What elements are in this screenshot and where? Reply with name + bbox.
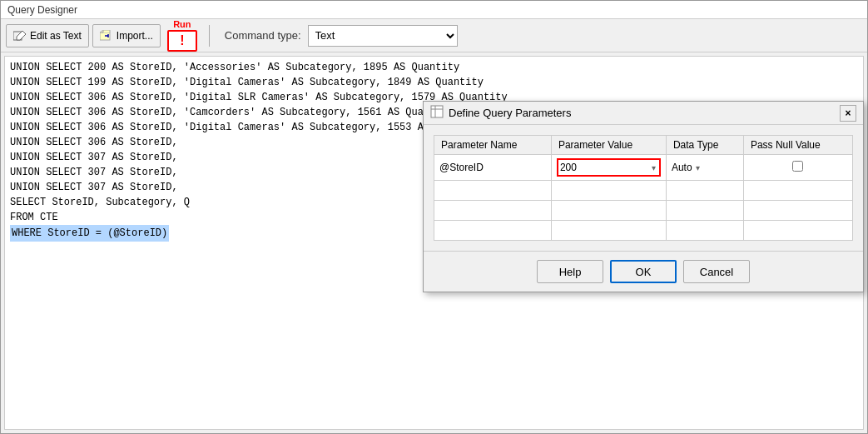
parameters-table: Parameter Name Parameter Value Data Type… (434, 135, 853, 241)
close-icon: × (845, 107, 851, 119)
table-empty-row-2 (434, 201, 853, 221)
param-value-dropdown-arrow[interactable]: ▾ (650, 163, 657, 172)
param-value-wrapper[interactable]: 200 ▾ (557, 158, 661, 177)
modal-body: Parameter Name Parameter Value Data Type… (424, 125, 863, 251)
ok-button[interactable]: OK (610, 260, 677, 283)
ok-label: OK (636, 266, 652, 278)
empty-cell (551, 221, 666, 241)
cancel-label: Cancel (700, 266, 733, 278)
define-query-parameters-dialog: Define Query Parameters × Parameter Name… (423, 101, 864, 292)
table-row: @StoreID 200 ▾ Auto ▾ (434, 155, 853, 181)
empty-cell (743, 201, 852, 221)
modal-title-section: Define Query Parameters (430, 105, 571, 121)
empty-cell (434, 221, 552, 241)
table-empty-row-1 (434, 181, 853, 201)
empty-cell (551, 181, 666, 201)
modal-titlebar: Define Query Parameters × (424, 102, 863, 125)
param-value-text: 200 (560, 162, 650, 173)
empty-cell (434, 201, 552, 221)
empty-cell (551, 201, 666, 221)
cancel-button[interactable]: Cancel (683, 260, 750, 283)
empty-cell (743, 181, 852, 201)
query-designer-window: Query Designer Edit as Text (0, 0, 868, 434)
pass-null-checkbox[interactable] (792, 161, 803, 172)
modal-overlay: Define Query Parameters × Parameter Name… (1, 1, 867, 433)
col-header-pass-null: Pass Null Value (743, 136, 852, 155)
svg-rect-2 (431, 106, 443, 117)
data-type-wrapper: Auto ▾ (672, 162, 738, 173)
col-header-param-value: Parameter Value (551, 136, 666, 155)
empty-cell (434, 181, 552, 201)
pass-null-cell (743, 155, 852, 181)
data-type-dropdown-arrow[interactable]: ▾ (694, 163, 702, 172)
empty-cell (666, 221, 743, 241)
table-empty-row-3 (434, 221, 853, 241)
data-type-cell: Auto ▾ (666, 155, 743, 181)
help-label: Help (559, 266, 582, 278)
data-type-value: Auto (672, 162, 692, 173)
empty-cell (666, 201, 743, 221)
help-button[interactable]: Help (537, 260, 603, 283)
param-value-cell: 200 ▾ (551, 155, 666, 181)
param-name-cell: @StoreID (434, 155, 552, 181)
table-header-row: Parameter Name Parameter Value Data Type… (434, 136, 853, 155)
col-header-data-type: Data Type (666, 136, 743, 155)
col-header-param-name: Parameter Name (434, 136, 552, 155)
empty-cell (666, 181, 743, 201)
modal-title-icon (430, 105, 444, 121)
empty-cell (743, 221, 852, 241)
modal-footer: Help OK Cancel (424, 251, 863, 292)
modal-close-button[interactable]: × (840, 105, 856, 122)
modal-title-text: Define Query Parameters (449, 107, 571, 119)
